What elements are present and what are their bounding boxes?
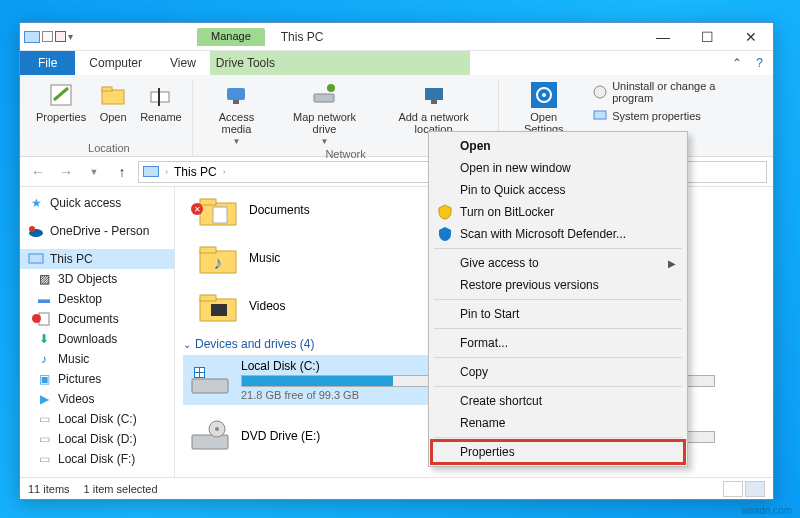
separator bbox=[434, 328, 682, 329]
svg-rect-29 bbox=[192, 379, 228, 393]
svg-rect-6 bbox=[233, 100, 239, 104]
svg-text:♪: ♪ bbox=[214, 253, 223, 273]
folder-label: Videos bbox=[249, 299, 285, 313]
ctx-bitlocker[interactable]: Turn on BitLocker bbox=[432, 201, 684, 223]
ctx-label: Create shortcut bbox=[460, 394, 542, 408]
cloud-icon bbox=[28, 223, 44, 239]
ctx-defender-scan[interactable]: Scan with Microsoft Defender... bbox=[432, 223, 684, 245]
video-icon: ▶ bbox=[36, 391, 52, 407]
quick-access-toolbar: ▾ bbox=[20, 31, 77, 43]
star-icon: ★ bbox=[28, 195, 44, 211]
shield-lock-icon bbox=[436, 203, 454, 221]
svg-rect-33 bbox=[195, 373, 199, 377]
ctx-format[interactable]: Format... bbox=[432, 332, 684, 354]
access-media-button[interactable]: Access media ▼ bbox=[199, 79, 274, 148]
svg-rect-32 bbox=[200, 368, 204, 372]
section-header-label: Devices and drives (4) bbox=[195, 337, 314, 351]
qat-overflow-icon[interactable]: ▾ bbox=[68, 31, 73, 42]
properties-button[interactable]: Properties bbox=[32, 79, 90, 142]
desktop-icon: ▬ bbox=[36, 291, 52, 307]
svg-rect-31 bbox=[195, 368, 199, 372]
sidebar-item-pictures[interactable]: ▣Pictures bbox=[20, 369, 174, 389]
separator bbox=[434, 248, 682, 249]
system-properties-button[interactable]: System properties bbox=[588, 107, 761, 125]
details-view-button[interactable] bbox=[723, 481, 743, 497]
view-tab[interactable]: View bbox=[156, 51, 210, 75]
qat-button[interactable] bbox=[55, 31, 66, 42]
ctx-label: Pin to Start bbox=[460, 307, 519, 321]
document-icon bbox=[36, 311, 52, 327]
recent-locations-icon[interactable]: ▼ bbox=[82, 160, 106, 184]
ctx-create-shortcut[interactable]: Create shortcut bbox=[432, 390, 684, 412]
watermark: wsxdn.com bbox=[742, 505, 792, 516]
ctx-label: Give access to bbox=[460, 256, 539, 270]
ribbon-tabs: File Computer View Drive Tools ⌃ ? bbox=[20, 51, 773, 75]
rename-button[interactable]: Rename bbox=[136, 79, 186, 142]
ctx-restore-versions[interactable]: Restore previous versions bbox=[432, 274, 684, 296]
uninstall-program-button[interactable]: Uninstall or change a program bbox=[588, 79, 761, 105]
drive-icon: ▭ bbox=[36, 411, 52, 427]
window-title: This PC bbox=[281, 30, 324, 44]
submenu-arrow-icon: ▶ bbox=[668, 258, 676, 269]
sidebar-item-label: 3D Objects bbox=[58, 272, 117, 286]
drive-icon: ▭ bbox=[36, 451, 52, 467]
sidebar-item-local-disk-d[interactable]: ▭Local Disk (D:) bbox=[20, 429, 174, 449]
ctx-give-access[interactable]: Give access to▶ bbox=[432, 252, 684, 274]
sidebar-item-music[interactable]: ♪Music bbox=[20, 349, 174, 369]
open-button[interactable]: Open bbox=[92, 79, 134, 142]
ctx-pin-start[interactable]: Pin to Start bbox=[432, 303, 684, 325]
ribbon-label: Access media bbox=[203, 111, 270, 135]
svg-rect-7 bbox=[314, 94, 334, 102]
drive-name: Local Disk (C:) bbox=[241, 359, 437, 373]
collapse-ribbon-icon[interactable]: ⌃ bbox=[732, 56, 742, 70]
maximize-button[interactable]: ☐ bbox=[685, 23, 729, 51]
chevron-down-icon: ⌄ bbox=[183, 339, 191, 350]
sidebar-item-onedrive[interactable]: OneDrive - Person bbox=[20, 221, 174, 241]
ctx-rename[interactable]: Rename bbox=[432, 412, 684, 434]
sidebar-item-3d-objects[interactable]: ▨3D Objects bbox=[20, 269, 174, 289]
qat-button[interactable] bbox=[42, 31, 53, 42]
map-drive-button[interactable]: Map network drive ▼ bbox=[276, 79, 373, 148]
ribbon-label: Map network drive bbox=[280, 111, 369, 135]
drive-item-local-disk-c[interactable]: Local Disk (C:) 21.8 GB free of 99.3 GB bbox=[183, 355, 443, 405]
close-button[interactable]: ✕ bbox=[729, 23, 773, 51]
ctx-open-new-window[interactable]: Open in new window bbox=[432, 157, 684, 179]
folder-label: Music bbox=[249, 251, 280, 265]
sidebar-item-local-disk-f[interactable]: ▭Local Disk (F:) bbox=[20, 449, 174, 469]
separator bbox=[434, 299, 682, 300]
title-bar: ▾ Manage This PC — ☐ ✕ bbox=[20, 23, 773, 51]
ctx-label: Format... bbox=[460, 336, 508, 350]
help-icon[interactable]: ? bbox=[756, 56, 763, 70]
sidebar-item-this-pc[interactable]: This PC bbox=[20, 249, 174, 269]
ctx-open[interactable]: Open bbox=[432, 135, 684, 157]
view-switcher bbox=[723, 481, 765, 497]
forward-button[interactable]: → bbox=[54, 160, 78, 184]
sidebar-item-local-disk-c[interactable]: ▭Local Disk (C:) bbox=[20, 409, 174, 429]
sidebar-item-documents[interactable]: Documents bbox=[20, 309, 174, 329]
download-icon: ⬇ bbox=[36, 331, 52, 347]
ctx-properties[interactable]: Properties bbox=[432, 441, 684, 463]
svg-rect-34 bbox=[200, 373, 204, 377]
ctx-copy[interactable]: Copy bbox=[432, 361, 684, 383]
svg-point-38 bbox=[215, 427, 219, 431]
back-button[interactable]: ← bbox=[26, 160, 50, 184]
sidebar-item-downloads[interactable]: ⬇Downloads bbox=[20, 329, 174, 349]
tiles-view-button[interactable] bbox=[745, 481, 765, 497]
status-bar: 11 items 1 item selected bbox=[20, 477, 773, 499]
explorer-window: ▾ Manage This PC — ☐ ✕ File Computer Vie… bbox=[19, 22, 774, 500]
ctx-pin-quick-access[interactable]: Pin to Quick access bbox=[432, 179, 684, 201]
computer-tab[interactable]: Computer bbox=[75, 51, 156, 75]
minimize-button[interactable]: — bbox=[641, 23, 685, 51]
file-tab[interactable]: File bbox=[20, 51, 75, 75]
svg-rect-18 bbox=[29, 254, 43, 263]
drive-tools-tab[interactable]: Drive Tools bbox=[210, 51, 470, 75]
sidebar-item-desktop[interactable]: ▬Desktop bbox=[20, 289, 174, 309]
separator bbox=[434, 437, 682, 438]
sidebar-item-label: Desktop bbox=[58, 292, 102, 306]
sidebar-item-videos[interactable]: ▶Videos bbox=[20, 389, 174, 409]
ribbon-group-location: Properties Open Rename Location bbox=[26, 79, 193, 156]
folder-icon bbox=[197, 289, 239, 323]
up-button[interactable]: ↑ bbox=[110, 160, 134, 184]
sidebar-item-quick-access[interactable]: ★ Quick access bbox=[20, 193, 174, 213]
drive-item-dvd-e[interactable]: DVD Drive (E:) bbox=[183, 411, 443, 461]
